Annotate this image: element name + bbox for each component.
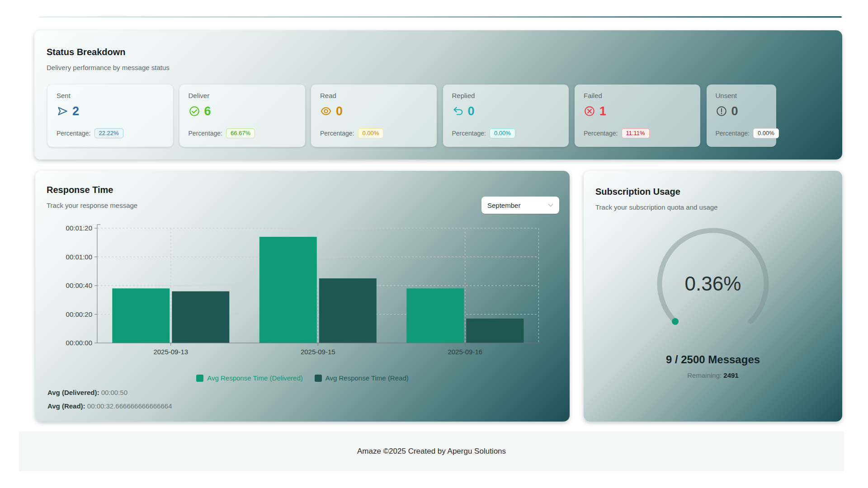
status-card-label: Unsent xyxy=(716,91,767,101)
avg-delivered-line: Avg (Delivered): 00:00:50 xyxy=(47,389,127,396)
status-cards-row: Sent2Percentage:22.22%Deliver6Percentage… xyxy=(47,84,842,147)
response-time-panel: Response Time Track your response messag… xyxy=(35,171,570,422)
status-card-label: Failed xyxy=(584,91,691,101)
legend-item-read[interactable]: Avg Response Time (Read) xyxy=(315,374,409,382)
svg-text:00:00:00: 00:00:00 xyxy=(66,339,92,347)
response-time-title: Response Time xyxy=(47,183,570,196)
percentage-label: Percentage: xyxy=(452,130,486,137)
percentage-label: Percentage: xyxy=(716,130,750,137)
legend-item-delivered[interactable]: Avg Response Time (Delivered) xyxy=(196,374,302,382)
legend-label: Avg Response Time (Read) xyxy=(326,374,409,382)
check-circle-icon xyxy=(189,105,200,117)
status-card-label: Sent xyxy=(57,91,164,101)
svg-text:00:00:20: 00:00:20 xyxy=(66,310,92,318)
status-card-count: 1 xyxy=(599,105,606,117)
svg-text:00:00:40: 00:00:40 xyxy=(66,282,92,289)
svg-text:00:01:00: 00:01:00 xyxy=(66,253,92,261)
avg-read-label: Avg (Read): xyxy=(47,402,85,410)
footer-text: Amaze ©2025 Created by Apergu Solutions xyxy=(357,447,506,456)
avg-delivered-label: Avg (Delivered): xyxy=(47,389,99,396)
month-select-value: September xyxy=(487,202,520,209)
percentage-label: Percentage: xyxy=(584,130,618,137)
close-circle-icon xyxy=(584,105,595,117)
status-card-count: 0 xyxy=(468,105,475,117)
status-breakdown-title: Status Breakdown xyxy=(47,46,842,58)
remaining-value: 2491 xyxy=(723,371,738,379)
page-footer: Amaze ©2025 Created by Apergu Solutions xyxy=(19,432,844,471)
subscription-usage-title: Subscription Usage xyxy=(595,185,842,198)
month-select[interactable]: September xyxy=(481,197,559,214)
percentage-badge: 66.67% xyxy=(226,128,255,138)
usage-total-text: 9 / 2500 Messages xyxy=(584,353,842,366)
subscription-usage-subtitle: Track your subscription quota and usage xyxy=(595,202,842,212)
status-card-count: 2 xyxy=(72,105,79,117)
status-card-label: Replied xyxy=(452,91,560,101)
percentage-badge: 0.00% xyxy=(753,128,779,138)
status-card-unsent: Unsent0Percentage:0.00% xyxy=(707,84,776,147)
svg-text:2025-09-16: 2025-09-16 xyxy=(448,348,482,356)
status-card-count: 0 xyxy=(731,105,738,117)
response-time-chart: 00:00:0000:00:2000:00:4000:01:0000:01:20… xyxy=(41,221,547,361)
exclamation-circle-icon xyxy=(716,105,727,117)
svg-text:2025-09-13: 2025-09-13 xyxy=(153,348,188,356)
legend-label: Avg Response Time (Delivered) xyxy=(207,374,302,382)
status-breakdown-panel: Status Breakdown Delivery performance by… xyxy=(34,30,842,160)
eye-icon xyxy=(320,105,332,117)
status-card-label: Read xyxy=(320,91,428,101)
avg-read-line: Avg (Read): 00:00:32.666666666666664 xyxy=(47,402,172,410)
percentage-badge: 22.22% xyxy=(94,128,123,138)
percentage-badge: 11.11% xyxy=(622,128,650,138)
status-card-replied: Replied0Percentage:0.00% xyxy=(443,84,569,147)
status-card-sent: Sent2Percentage:22.22% xyxy=(47,84,173,147)
percentage-label: Percentage: xyxy=(189,130,223,137)
chevron-down-icon xyxy=(548,203,553,207)
status-breakdown-subtitle: Delivery performance by message status xyxy=(47,63,842,73)
usage-gauge: 0.36% xyxy=(650,227,776,343)
avg-delivered-value: 00:00:50 xyxy=(101,389,127,396)
percentage-label: Percentage: xyxy=(57,130,91,137)
legend-swatch xyxy=(196,375,203,382)
svg-text:0.36%: 0.36% xyxy=(685,272,741,295)
send-icon xyxy=(57,105,68,117)
svg-text:00:01:20: 00:01:20 xyxy=(66,224,92,232)
status-card-read: Read0Percentage:0.00% xyxy=(311,84,437,147)
usage-remaining: Remaining: 2491 xyxy=(584,371,842,379)
status-card-label: Deliver xyxy=(189,91,296,101)
status-card-count: 6 xyxy=(204,105,211,117)
svg-text:2025-09-15: 2025-09-15 xyxy=(301,348,335,356)
previous-section-divider xyxy=(39,16,842,18)
legend-swatch xyxy=(315,375,322,382)
status-card-deliver: Deliver6Percentage:66.67% xyxy=(179,84,305,147)
percentage-label: Percentage: xyxy=(320,130,354,137)
rollback-icon xyxy=(452,105,464,117)
percentage-badge: 0.00% xyxy=(358,128,384,138)
remaining-label: Remaining: xyxy=(687,371,722,379)
status-card-count: 0 xyxy=(336,105,343,117)
status-card-failed: Failed1Percentage:11.11% xyxy=(575,84,700,147)
subscription-usage-panel: Subscription Usage Track your subscripti… xyxy=(584,171,842,422)
avg-read-value: 00:00:32.666666666666664 xyxy=(87,402,172,410)
percentage-badge: 0.00% xyxy=(490,128,515,138)
chart-legend: Avg Response Time (Delivered)Avg Respons… xyxy=(35,374,570,382)
